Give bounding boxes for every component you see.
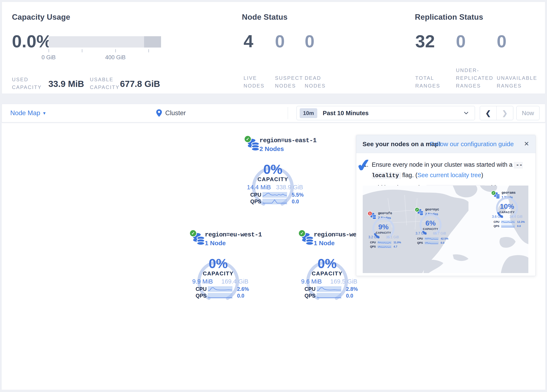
healthy-check-icon: ✓ [415, 207, 419, 212]
chevron-down-icon [464, 112, 468, 115]
cpu-sparkline [378, 241, 391, 244]
live-nodes-label: LIVE NODES [244, 74, 265, 90]
capacity-bar: 0 GiB 400 GiB [48, 36, 161, 48]
cpu-value: 12.3% [517, 220, 526, 223]
region-card-eu-west-1: ✓ region=eu-west-1 1 Node 0% CAPACITY 9.… [183, 229, 254, 301]
node-status-section: Node Status 4 0 0 LIVE NODES SUSPECT NOD… [242, 2, 372, 94]
close-icon[interactable]: ✕ [524, 140, 529, 147]
mini-capacity-percent: 9% [363, 223, 409, 231]
capacity-gauge-label: CAPACITY [482, 211, 528, 214]
cpu-value: 42.5% [441, 237, 449, 240]
locality-tree-link[interactable]: See current locality tree [417, 172, 481, 179]
cpu-sparkline [317, 286, 341, 292]
now-button[interactable]: Now [516, 106, 540, 120]
region-node-count-link[interactable]: 1 Node [205, 240, 226, 247]
region-used-capacity: 9.6 MiB [301, 278, 322, 285]
mini-node-geo-nyc: ✓ geo=nyc 2 Nodes 6% CAPACITY 3.7 GiB 65… [405, 202, 456, 246]
chevron-right-icon: ❯ [502, 109, 508, 117]
region-node-count-link[interactable]: 1 Node [314, 240, 335, 247]
capacity-percent: 0.0% [12, 33, 52, 50]
step-done-check-icon: ✔ [356, 155, 372, 176]
qps-label: QPS [494, 225, 501, 228]
time-back-button[interactable]: ❮ [480, 106, 497, 120]
qps-sparkline [501, 225, 515, 228]
toolbar-divider [288, 107, 288, 119]
region-card-us-east-1: ✓ region=us-east-1 2 Nodes 0% CAPACITY 1… [237, 135, 308, 206]
mini-node-geo-ams: ✓ geo=ams 1 Node 10% CAPACITY 3.6 GiB 34… [482, 186, 528, 229]
setup-step-1: 1. Ensure every node in your cluster was… [363, 160, 529, 181]
capacity-tick-label: 400 GiB [101, 54, 130, 61]
qps-label: QPS [196, 293, 208, 299]
replication-status-title: Replication Status [415, 13, 483, 21]
time-shift-buttons: ❮ ❯ [480, 106, 513, 120]
qps-value: 0.0 [517, 225, 526, 228]
cpu-label: CPU [417, 237, 425, 240]
qps-sparkline [317, 293, 341, 299]
capacity-usage-title: Capacity Usage [12, 13, 70, 21]
time-range-label: Past 10 Minutes [323, 110, 369, 117]
mini-capacity-percent: 10% [482, 202, 528, 210]
cpu-label: CPU [305, 286, 317, 292]
capacity-usage-section: Capacity Usage 0.0% 0 GiB 400 GiB USED C… [12, 2, 234, 94]
capacity-tick [82, 49, 82, 52]
cpu-label: CPU [250, 192, 262, 198]
view-selector-dropdown[interactable]: Node Map ▾ [10, 109, 46, 117]
healthy-check-icon: ✓ [298, 229, 306, 237]
example-map-preview: 1 geo=sfo 2 Nodes 9% CAPACITY 3.2 GiB 35… [363, 186, 528, 273]
qps-sparkline [208, 293, 232, 299]
cpu-value: 2.6% [237, 286, 249, 292]
mini-used-capacity: 3.2 GiB [368, 235, 379, 239]
configuration-guide-link[interactable]: Follow our configuration guide [430, 140, 514, 148]
time-range-dropdown[interactable]: 10m Past 10 Minutes [297, 106, 475, 120]
cpu-value: 2.8% [346, 286, 358, 292]
cpu-sparkline [501, 220, 515, 223]
region-total-capacity: 169.4 GiB [221, 278, 248, 285]
used-capacity-value: 33.9 MiB [48, 79, 84, 89]
cpu-label: CPU [370, 241, 378, 244]
live-nodes-count: 4 [244, 33, 253, 50]
replication-status-section: Replication Status 32 0 0 TOTAL RANGES U… [415, 2, 545, 94]
region-node-count-link[interactable]: 2 Nodes [260, 145, 284, 152]
mini-node-locality: geo=nyc [425, 208, 439, 212]
region-card-us-west-1: ✓ region=us-west-1 1 Node 0% CAPACITY 9.… [292, 229, 363, 301]
mini-used-capacity: 3.6 GiB [492, 215, 503, 219]
capacity-tick [115, 49, 116, 52]
locality-setup-popup: See your nodes on a map! Follow our conf… [356, 135, 536, 276]
qps-value: 4.7 [394, 245, 402, 248]
qps-sparkline [378, 245, 391, 248]
time-forward-button[interactable]: ❯ [497, 106, 513, 120]
chevron-left-icon: ❮ [485, 109, 491, 117]
capacity-tick-label: 0 GiB [34, 54, 63, 61]
dead-nodes-count: 0 [305, 33, 315, 50]
step1-text: Ensure every node in your cluster was st… [372, 161, 513, 168]
region-locality-label: region=us-east-1 [260, 137, 316, 144]
region-used-capacity: 14.4 MiB [247, 184, 271, 191]
popup-header: See your nodes on a map! Follow our conf… [356, 135, 535, 153]
healthy-check-icon: ✓ [244, 135, 252, 143]
under-replicated-count: 0 [456, 33, 466, 50]
node-map-canvas: ✓ region=us-east-1 2 Nodes 0% CAPACITY 1… [2, 123, 545, 390]
cpu-sparkline [208, 286, 232, 292]
healthy-check-icon: ✓ [189, 229, 197, 237]
qps-value: 0.0 [237, 293, 248, 299]
capacity-gauge-label: CAPACITY [183, 270, 254, 277]
breadcrumb-label: Cluster [165, 109, 186, 117]
qps-label: QPS [370, 245, 378, 248]
qps-value: 0.0 [346, 293, 357, 299]
node-status-title: Node Status [242, 13, 287, 21]
capacity-gauge-label: CAPACITY [292, 270, 363, 277]
time-range-badge: 10m [300, 108, 317, 118]
qps-label: QPS [250, 199, 262, 205]
used-capacity-label: USED CAPACITY [12, 76, 42, 91]
capacity-gauge-label: CAPACITY [405, 227, 456, 231]
qps-sparkline [262, 199, 287, 204]
cpu-label: CPU [196, 286, 208, 292]
mini-capacity-percent: 6% [405, 219, 456, 227]
mini-total-capacity: 65.7 GiB [433, 232, 446, 235]
unavailable-ranges-count: 0 [497, 33, 506, 50]
unavailable-ranges-label: UNAVAILABLE RANGES [497, 74, 537, 90]
region-locality-label: region=eu-west-1 [205, 231, 262, 238]
cpu-value: 11.0% [394, 241, 402, 244]
cpu-value: 5.5% [292, 192, 304, 198]
mini-node-locality: geo=sfo [378, 212, 392, 215]
